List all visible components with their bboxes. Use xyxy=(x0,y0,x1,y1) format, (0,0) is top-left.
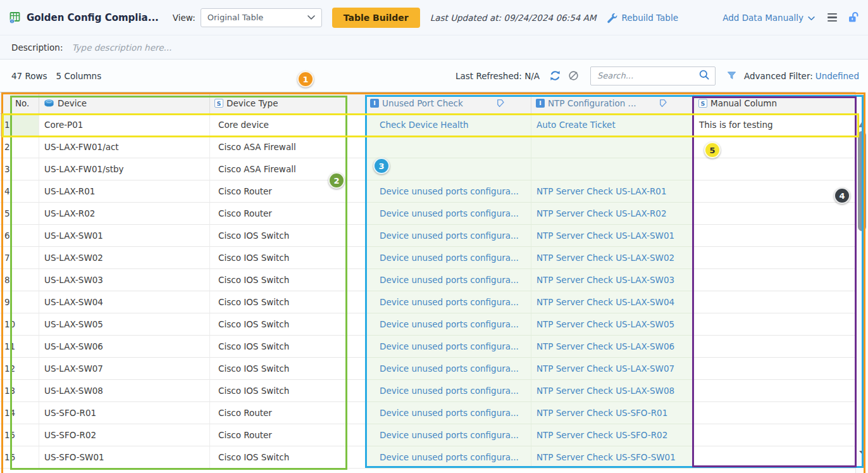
cell-ntp-configuration[interactable]: Auto Create Ticket xyxy=(531,114,694,136)
top-bar: Golden Config Complia... View: Original … xyxy=(0,0,868,35)
cell-unused-port-check[interactable]: Device unused ports configura... xyxy=(366,203,531,225)
cell-ntp-configuration xyxy=(531,136,694,158)
cell-manual-column xyxy=(694,380,855,402)
table-row[interactable]: 9US-LAX-SW04Cisco IOS SwitchDevice unuse… xyxy=(0,291,855,313)
cell-no: 3 xyxy=(0,158,39,180)
cell-no: 15 xyxy=(0,424,39,446)
unlock-icon[interactable] xyxy=(847,11,859,23)
view-label: View: xyxy=(173,13,195,23)
cell-no: 4 xyxy=(0,180,39,203)
advanced-filter-value[interactable]: Undefined xyxy=(815,71,859,81)
column-header-no[interactable]: No. xyxy=(0,92,39,113)
refresh-icon[interactable] xyxy=(549,70,561,82)
column-header-device-type[interactable]: S Device Type xyxy=(210,92,366,113)
cell-manual-column xyxy=(694,136,855,158)
table-row[interactable]: 6US-LAX-SW01Cisco IOS SwitchDevice unuse… xyxy=(0,225,855,247)
data-table: No. Device S Device Type I Unused Port C… xyxy=(0,92,855,473)
column-header-ntp-configuration[interactable]: I NTP Configuration ... xyxy=(531,92,694,113)
cell-device-type: Cisco Router xyxy=(210,203,366,225)
table-header-row: No. Device S Device Type I Unused Port C… xyxy=(0,92,855,114)
view-select[interactable]: Original Table xyxy=(201,8,322,27)
page-title: Golden Config Complia... xyxy=(27,12,159,23)
cell-manual-column[interactable]: This is for testing xyxy=(694,114,855,136)
table-row[interactable]: 10US-LAX-SW05Cisco IOS SwitchDevice unus… xyxy=(0,313,855,336)
cell-ntp-configuration[interactable]: NTP Server Check US-LAX-SW02 xyxy=(531,247,694,269)
cell-no: 2 xyxy=(0,136,39,158)
cell-unused-port-check[interactable]: Device unused ports configura... xyxy=(366,269,531,291)
description-row: Description: Type description here... xyxy=(0,35,868,60)
cell-device-type: Cisco IOS Switch xyxy=(210,313,366,336)
cell-no: 7 xyxy=(0,247,39,269)
table-row[interactable]: 11US-LAX-SW06Cisco IOS SwitchDevice unus… xyxy=(0,336,855,358)
cell-unused-port-check[interactable]: Device unused ports configura... xyxy=(366,291,531,313)
cell-no: 16 xyxy=(0,446,39,469)
cell-device-type: Cisco IOS Switch xyxy=(210,446,366,469)
cell-no: 14 xyxy=(0,402,39,424)
cell-unused-port-check[interactable]: Device unused ports configura... xyxy=(366,402,531,424)
cell-no: 13 xyxy=(0,380,39,402)
table-row[interactable]: 1Core-P01Core deviceCheck Device HealthA… xyxy=(0,114,855,136)
column-header-device[interactable]: Device xyxy=(39,92,210,113)
menu-icon[interactable] xyxy=(828,13,837,22)
cell-unused-port-check[interactable]: Device unused ports configura... xyxy=(366,446,531,469)
tag-icon[interactable] xyxy=(658,98,668,110)
cell-device-type: Cisco Router xyxy=(210,402,366,424)
cell-ntp-configuration[interactable]: NTP Server Check US-LAX-SW01 xyxy=(531,225,694,247)
rebuild-table-link[interactable]: Rebuild Table xyxy=(621,13,678,23)
chevron-down-icon xyxy=(307,13,315,22)
cell-ntp-configuration[interactable]: NTP Server Check US-LAX-R01 xyxy=(531,180,694,203)
table-row[interactable]: 16US-SFO-SW01Cisco IOS SwitchDevice unus… xyxy=(0,446,855,469)
intent-type-icon: I xyxy=(536,99,545,108)
cell-unused-port-check[interactable]: Check Device Health xyxy=(366,114,531,136)
table-row[interactable]: 14US-SFO-R01Cisco RouterDevice unused po… xyxy=(0,402,855,424)
cell-unused-port-check[interactable]: Device unused ports configura... xyxy=(366,313,531,336)
table-row[interactable]: 12US-LAX-SW07Cisco IOS SwitchDevice unus… xyxy=(0,358,855,380)
cell-ntp-configuration[interactable]: NTP Server Check US-LAX-SW07 xyxy=(531,358,694,380)
search-box[interactable] xyxy=(590,66,716,85)
description-field[interactable]: Type description here... xyxy=(71,42,868,53)
cell-ntp-configuration[interactable]: NTP Server Check US-SFO-SW01 xyxy=(531,446,694,469)
cell-ntp-configuration[interactable]: NTP Server Check US-LAX-SW03 xyxy=(531,269,694,291)
cell-unused-port-check[interactable]: Device unused ports configura... xyxy=(366,225,531,247)
table-row[interactable]: 2US-LAX-FW01/actCisco ASA Firewall xyxy=(0,136,855,158)
cell-device-type: Cisco IOS Switch xyxy=(210,269,366,291)
table-row[interactable]: 13US-LAX-SW08Cisco IOS SwitchDevice unus… xyxy=(0,380,855,402)
cell-ntp-configuration[interactable]: NTP Server Check US-LAX-SW05 xyxy=(531,313,694,336)
cell-unused-port-check[interactable]: Device unused ports configura... xyxy=(366,380,531,402)
cell-device-type: Cisco IOS Switch xyxy=(210,380,366,402)
cell-unused-port-check[interactable]: Device unused ports configura... xyxy=(366,424,531,446)
device-icon xyxy=(44,99,54,108)
scroll-up-arrow-icon[interactable] xyxy=(859,122,865,127)
cell-unused-port-check[interactable]: Device unused ports configura... xyxy=(366,180,531,203)
scrollbar-thumb[interactable] xyxy=(858,131,866,231)
cell-ntp-configuration[interactable]: NTP Server Check US-LAX-R02 xyxy=(531,203,694,225)
table-builder-button[interactable]: Table Builder xyxy=(332,8,420,28)
vertical-scrollbar[interactable] xyxy=(855,92,868,473)
column-header-unused-port-check[interactable]: I Unused Port Check xyxy=(366,92,531,113)
disable-refresh-icon[interactable] xyxy=(567,70,580,82)
cell-unused-port-check[interactable]: Device unused ports configura... xyxy=(366,358,531,380)
cell-ntp-configuration[interactable]: NTP Server Check US-LAX-SW06 xyxy=(531,336,694,358)
cell-device-type: Cisco IOS Switch xyxy=(210,225,366,247)
cell-unused-port-check[interactable]: Device unused ports configura... xyxy=(366,336,531,358)
cell-no: 8 xyxy=(0,269,39,291)
search-input[interactable] xyxy=(596,70,698,81)
table-row[interactable]: 7US-LAX-SW02Cisco IOS SwitchDevice unuse… xyxy=(0,247,855,269)
cell-ntp-configuration[interactable]: NTP Server Check US-LAX-SW04 xyxy=(531,291,694,313)
add-data-manually-link[interactable]: Add Data Manually xyxy=(722,13,815,23)
column-header-manual-column[interactable]: S Manual Column xyxy=(694,92,855,113)
table-row[interactable]: 5US-LAX-R02Cisco RouterDevice unused por… xyxy=(0,203,855,225)
advanced-filter-icon[interactable] xyxy=(726,70,737,81)
table-row[interactable]: 4US-LAX-R01Cisco RouterDevice unused por… xyxy=(0,180,855,203)
cell-unused-port-check[interactable]: Device unused ports configura... xyxy=(366,247,531,269)
cell-device: US-LAX-SW04 xyxy=(39,291,210,313)
table-row[interactable]: 3US-LAX-FW01/stbyCisco ASA Firewall xyxy=(0,158,855,180)
table-row[interactable]: 15US-SFO-R02Cisco RouterDevice unused po… xyxy=(0,424,855,446)
table-row[interactable]: 8US-LAX-SW03Cisco IOS SwitchDevice unuse… xyxy=(0,269,855,291)
cell-ntp-configuration[interactable]: NTP Server Check US-LAX-SW08 xyxy=(531,380,694,402)
cell-ntp-configuration[interactable]: NTP Server Check US-SFO-R01 xyxy=(531,402,694,424)
cell-device: US-LAX-R02 xyxy=(39,203,210,225)
tag-icon[interactable] xyxy=(495,98,505,110)
search-icon[interactable] xyxy=(698,69,710,82)
cell-ntp-configuration[interactable]: NTP Server Check US-SFO-R02 xyxy=(531,424,694,446)
